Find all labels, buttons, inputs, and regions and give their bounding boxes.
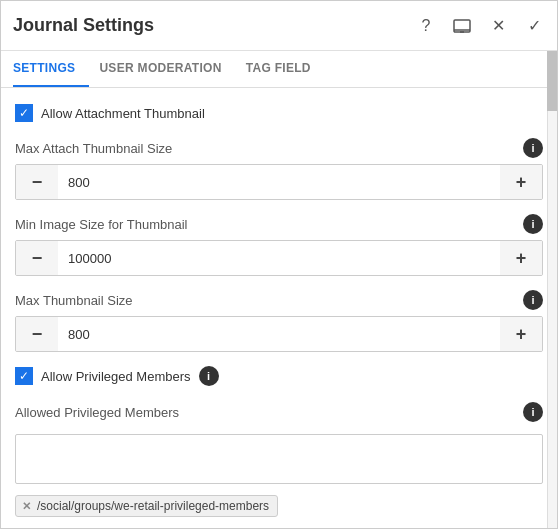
max-attach-thumbnail-size-input[interactable]	[58, 165, 500, 199]
tabs-bar: SETTINGS USER MODERATION TAG FIELD	[1, 51, 557, 88]
min-image-size-thumbnail-plus-button[interactable]: +	[500, 241, 542, 275]
allow-attachment-thumbnail-row: ✓ Allow Attachment Thumbnail	[15, 104, 543, 122]
min-image-size-thumbnail-input[interactable]	[58, 241, 500, 275]
allow-privileged-members-info-icon[interactable]: i	[199, 366, 219, 386]
privileged-members-tag: ✕ /social/groups/we-retail-privileged-me…	[15, 495, 278, 517]
allowed-privileged-members-label: Allowed Privileged Members	[15, 405, 179, 420]
tab-user-moderation[interactable]: USER MODERATION	[99, 51, 235, 87]
max-thumbnail-size-stepper: − +	[15, 316, 543, 352]
max-thumbnail-size-group: Max Thumbnail Size i − +	[15, 290, 543, 352]
min-image-size-thumbnail-header: Min Image Size for Thumbnail i	[15, 214, 543, 234]
scrollbar-thumb[interactable]	[547, 51, 557, 111]
screen-icon[interactable]	[451, 15, 473, 37]
max-thumbnail-size-plus-button[interactable]: +	[500, 317, 542, 351]
checkmark-icon: ✓	[19, 107, 29, 119]
confirm-icon[interactable]: ✓	[523, 15, 545, 37]
min-image-size-thumbnail-stepper: − +	[15, 240, 543, 276]
allow-privileged-members-row: ✓ Allow Privileged Members i	[15, 366, 543, 386]
settings-content: ✓ Allow Attachment Thumbnail Max Attach …	[1, 88, 557, 528]
privileged-checkmark-icon: ✓	[19, 370, 29, 382]
min-image-size-thumbnail-group: Min Image Size for Thumbnail i − +	[15, 214, 543, 276]
max-attach-thumbnail-size-plus-button[interactable]: +	[500, 165, 542, 199]
max-thumbnail-size-input[interactable]	[58, 317, 500, 351]
min-image-size-thumbnail-label: Min Image Size for Thumbnail	[15, 217, 187, 232]
max-thumbnail-size-header: Max Thumbnail Size i	[15, 290, 543, 310]
scrollbar-track	[547, 51, 557, 528]
help-icon[interactable]: ?	[415, 15, 437, 37]
max-attach-thumbnail-size-header: Max Attach Thumbnail Size i	[15, 138, 543, 158]
max-thumbnail-size-label: Max Thumbnail Size	[15, 293, 133, 308]
max-attach-thumbnail-size-stepper: − +	[15, 164, 543, 200]
allowed-privileged-members-textarea[interactable]	[15, 434, 543, 484]
max-thumbnail-size-minus-button[interactable]: −	[16, 317, 58, 351]
allowed-privileged-members-info-icon[interactable]: i	[523, 402, 543, 422]
journal-settings-window: Journal Settings ? ✕ ✓ SETTINGS USER MOD…	[0, 0, 558, 529]
min-image-size-thumbnail-minus-button[interactable]: −	[16, 241, 58, 275]
title-bar: Journal Settings ? ✕ ✓	[1, 1, 557, 51]
window-title: Journal Settings	[13, 15, 415, 36]
tab-tag-field[interactable]: TAG FIELD	[246, 51, 325, 87]
tag-value: /social/groups/we-retail-privileged-memb…	[37, 499, 269, 513]
allowed-privileged-members-header: Allowed Privileged Members i	[15, 402, 543, 422]
min-image-size-thumbnail-info-icon[interactable]: i	[523, 214, 543, 234]
tab-settings[interactable]: SETTINGS	[13, 51, 89, 87]
tag-remove-button[interactable]: ✕	[22, 500, 31, 513]
max-attach-thumbnail-size-label: Max Attach Thumbnail Size	[15, 141, 172, 156]
close-icon[interactable]: ✕	[487, 15, 509, 37]
title-icons: ? ✕ ✓	[415, 15, 545, 37]
max-thumbnail-size-info-icon[interactable]: i	[523, 290, 543, 310]
max-attach-thumbnail-size-info-icon[interactable]: i	[523, 138, 543, 158]
allow-privileged-members-label: Allow Privileged Members	[41, 369, 191, 384]
allow-attachment-thumbnail-checkbox[interactable]: ✓	[15, 104, 33, 122]
max-attach-thumbnail-size-minus-button[interactable]: −	[16, 165, 58, 199]
allow-attachment-thumbnail-label: Allow Attachment Thumbnail	[41, 106, 205, 121]
allow-privileged-members-checkbox[interactable]: ✓	[15, 367, 33, 385]
allowed-privileged-members-group: Allowed Privileged Members i ✕ /social/g…	[15, 402, 543, 517]
max-attach-thumbnail-size-group: Max Attach Thumbnail Size i − +	[15, 138, 543, 200]
